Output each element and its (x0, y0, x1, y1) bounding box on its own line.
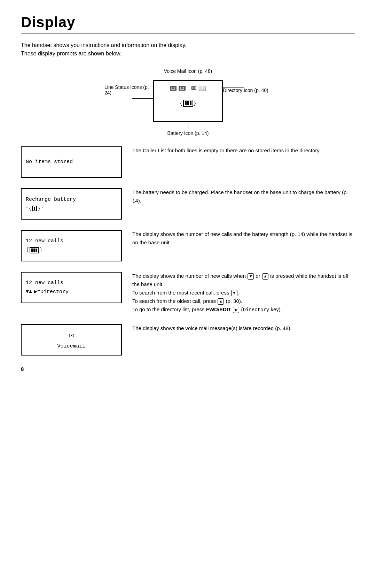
example-new-calls-off: 12 new calls ▼▲ ▶=Directory The display … (21, 272, 355, 314)
example-no-items: No items stored The Caller List for both… (21, 146, 355, 178)
desc-recharge: The battery needs to be charged. Place t… (132, 188, 355, 205)
examples-section: No items stored The Caller List for both… (21, 146, 355, 356)
title-divider (21, 33, 355, 33)
example-voicemail: ✉ Voicemail The display shows the voice … (21, 324, 355, 356)
directory-key-label: Directory (243, 307, 269, 313)
book-icon: 📖 (198, 84, 206, 92)
desc-new-calls-base: The display shows the number of new call… (132, 230, 355, 247)
display-diagram: Voice Mail Icon (p. 48) Line Status Icon… (21, 68, 355, 136)
battery-label: Battery Icon (p. 14) (167, 130, 209, 136)
example-recharge: Recharge battery ˢ { } ˢ The battery nee… (21, 188, 355, 220)
page-number: 8 (21, 366, 355, 372)
line-status-label: Line Status Icons (p. 24) (104, 84, 153, 96)
right-arrow-button: ▶ (233, 307, 239, 313)
down-arrow-button: ▼ (248, 273, 254, 280)
display-new-calls-off: 12 new calls ▼▲ ▶=Directory (21, 272, 122, 303)
display-recharge: Recharge battery ˢ { } ˢ (21, 188, 122, 220)
desc-new-calls-off: The display shows the number of new call… (132, 272, 355, 314)
up-arrow-button: ▲ (262, 273, 268, 280)
display-voicemail: ✉ Voicemail (21, 324, 122, 356)
line-status-side: Line Status Icons (p. 24) (104, 80, 153, 99)
voicemail-envelope-icon: ✉ (69, 330, 73, 341)
desc-voicemail: The display shows the voice mail message… (132, 324, 355, 333)
battery-icon-row-base: { } (26, 246, 117, 254)
up-btn-inline: ▲ (218, 298, 224, 305)
l2-icon: L2 (179, 86, 186, 91)
vert-connector-bottom (188, 122, 188, 128)
down-btn-inline: ▼ (231, 290, 237, 296)
directory-side: Directory Icon (p. 40) (223, 80, 272, 93)
voicemail-display-content: ✉ Voicemail (26, 330, 117, 351)
diagram-main-row: Line Status Icons (p. 24) L1 L2 ✉ 📖 { } (87, 80, 289, 122)
battery-display-row: { } (180, 100, 196, 107)
vert-connector-top (188, 74, 188, 80)
left-connector-line (132, 98, 153, 99)
recharge-battery-icon-row: ˢ { } ˢ (26, 205, 117, 212)
l1-icon: L1 (170, 86, 177, 91)
voice-mail-label: Voice Mail Icon (p. 48) (164, 68, 212, 74)
mail-icon: ✉ (191, 84, 196, 92)
page-title: Display (21, 14, 355, 31)
main-display-box: L1 L2 ✉ 📖 { } (153, 80, 223, 122)
display-icons-row: L1 L2 ✉ 📖 (170, 84, 206, 92)
battery-icon (183, 100, 193, 107)
voicemail-text: Voicemail (57, 343, 85, 351)
display-no-items: No items stored (21, 146, 122, 178)
example-new-calls-base: 12 new calls { } The display shows the n… (21, 230, 355, 261)
fwd-edit-label: FWD/EDIT (206, 306, 232, 312)
directory-label: Directory Icon (p. 40) (223, 87, 268, 93)
calls-nav-row: ▼▲ ▶=Directory (26, 288, 117, 296)
intro-text: The handset shows you instructions and i… (21, 41, 355, 58)
desc-no-items: The Caller List for both lines is empty … (132, 146, 355, 155)
display-new-calls-base: 12 new calls { } (21, 230, 122, 261)
